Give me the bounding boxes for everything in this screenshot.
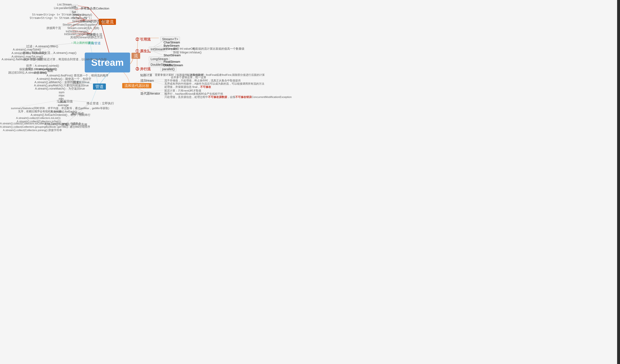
node-collect-joining: A.stream().collect(Collectors.joining() … [3,128,61,132]
node-zhong-zhi: 终止管道：立即执行 [87,101,114,106]
node-liu-stream: 流Stream [140,78,154,83]
node-doublestream2: DoubleStream [164,63,183,67]
node-yuan-sheng-liu: ① 原生流 [136,49,151,54]
node-liu-he-die: 流和迭代器比较 [122,83,151,88]
scrollbar [617,0,620,364]
node-chai-xiang: 拆箱 Integer.intValue() [173,50,202,55]
mindmap-container: Stream 流 ② 引用流 Stream<T> ① 原生流 IntStream… [0,0,620,364]
node-zhi-chu-li: 只处理值，丢弃源信息，处理过程中不可修改源数据，会报不可修改错误Concurre… [164,95,277,99]
node-zhuan-huan: 转换管道：全部延迟计算，将流组合到管道，以List<Book>A为例 [24,57,107,61]
node-duan-lu: 短路计算 [140,73,152,77]
svg-line-58 [19,100,62,107]
node-parallel: parallel() [160,67,176,72]
node-guan-dao: 管道 [93,84,106,90]
node-pin-jie: 拼接两个流 [46,26,61,30]
node-bing-xing-liu: ③ 并行流 [136,67,151,72]
node-list-parallel: List.parallelStream [54,6,78,10]
center-node: Stream [85,53,130,73]
node-zhuang-xiang: 装箱 int.valueOf() [173,47,196,51]
node-liu: 流 [132,53,140,59]
node-tiao-guo: 跳过前100位,A.stream().skip() [8,71,47,75]
node-die-dai: 迭代器Iterator [140,91,160,96]
node-chu-li: 处理值，并保留源信息 final，不可修改 [164,85,245,89]
node-collection: 所有集合类Collection [81,6,109,11]
code-stream-of-s: Stream<String> t= Stream.of("a", "b"); [30,16,92,20]
node-yin-yong-liu: ② 引用流 [136,37,151,42]
node-qi-ta-stream: 其他同Stream的静态方法 [70,35,103,39]
node-wei-zhun: 未装箱的流计算比装箱的值高一个数量级 [192,47,244,51]
node-tong-shang: ↑ 同上面的创建流 [71,41,94,45]
